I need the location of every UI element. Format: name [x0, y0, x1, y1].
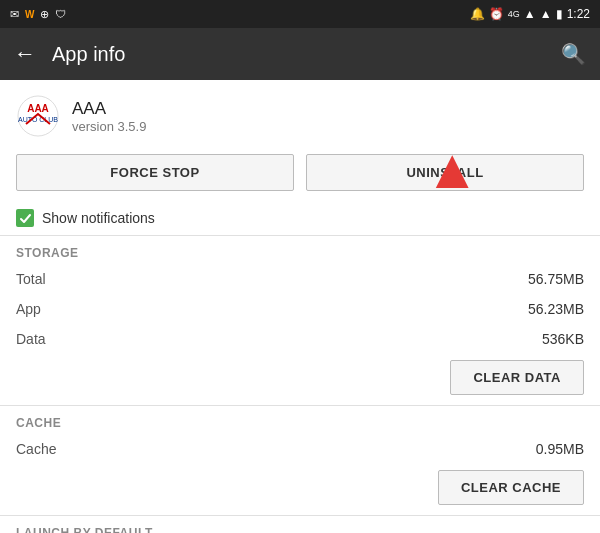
storage-total-row: Total 56.75MB — [0, 264, 600, 294]
show-notifications-label: Show notifications — [42, 210, 155, 226]
wifi-icon: ▲ — [540, 7, 552, 21]
clock-icon: ⏰ — [489, 7, 504, 21]
nav-bar: ← App info 🔍 — [0, 28, 600, 80]
shield-icon: ⊕ — [40, 8, 49, 21]
lte-icon: 4G — [508, 9, 520, 19]
battery-icon: ▮ — [556, 7, 563, 21]
cache-row: Cache 0.95MB — [0, 434, 600, 464]
storage-app-value: 56.23MB — [528, 301, 584, 317]
app-name: AAA — [72, 99, 146, 119]
alarm-icon: 🔔 — [470, 7, 485, 21]
notification-row: Show notifications — [0, 201, 600, 235]
main-content: AAA AUTO CLUB AAA version 3.5.9 FORCE ST… — [0, 80, 600, 533]
w-icon: W — [25, 9, 34, 20]
uninstall-button[interactable]: UNINSTALL — [306, 154, 584, 191]
cache-value: 0.95MB — [536, 441, 584, 457]
signal-icon: ▲ — [524, 7, 536, 21]
clear-cache-btn-row: CLEAR CACHE — [0, 464, 600, 515]
svg-text:AAA: AAA — [27, 103, 49, 114]
cache-label: Cache — [16, 441, 56, 457]
search-button[interactable]: 🔍 — [561, 42, 586, 66]
storage-app-row: App 56.23MB — [0, 294, 600, 324]
clear-data-btn-row: CLEAR DATA — [0, 354, 600, 405]
notifications-area: Show notifications ▲ — [0, 201, 600, 235]
vpn-icon: 🛡 — [55, 8, 66, 20]
app-version: version 3.5.9 — [72, 119, 146, 134]
force-stop-button[interactable]: FORCE STOP — [16, 154, 294, 191]
storage-data-label: Data — [16, 331, 46, 347]
app-info-text: AAA version 3.5.9 — [72, 99, 146, 134]
storage-total-value: 56.75MB — [528, 271, 584, 287]
storage-app-label: App — [16, 301, 41, 317]
storage-data-row: Data 536KB — [0, 324, 600, 354]
svg-text:AUTO CLUB: AUTO CLUB — [18, 116, 58, 123]
app-header: AAA AUTO CLUB AAA version 3.5.9 — [0, 80, 600, 148]
back-button[interactable]: ← — [14, 41, 36, 67]
status-bar: ✉ W ⊕ 🛡 🔔 ⏰ 4G ▲ ▲ ▮ 1:22 — [0, 0, 600, 28]
app-logo: AAA AUTO CLUB — [16, 94, 60, 138]
clear-cache-button[interactable]: CLEAR CACHE — [438, 470, 584, 505]
launch-default-section-header: LAUNCH BY DEFAULT — [0, 515, 600, 533]
page-title: App info — [52, 43, 545, 66]
storage-data-value: 536KB — [542, 331, 584, 347]
status-bar-left: ✉ W ⊕ 🛡 — [10, 8, 66, 21]
show-notifications-checkbox[interactable] — [16, 209, 34, 227]
storage-section-header: STORAGE — [0, 235, 600, 264]
action-buttons-row: FORCE STOP UNINSTALL — [0, 148, 600, 201]
time-display: 1:22 — [567, 7, 590, 21]
status-bar-right: 🔔 ⏰ 4G ▲ ▲ ▮ 1:22 — [470, 7, 590, 21]
storage-total-label: Total — [16, 271, 46, 287]
msg-icon: ✉ — [10, 8, 19, 21]
clear-data-button[interactable]: CLEAR DATA — [450, 360, 584, 395]
cache-section-header: CACHE — [0, 405, 600, 434]
